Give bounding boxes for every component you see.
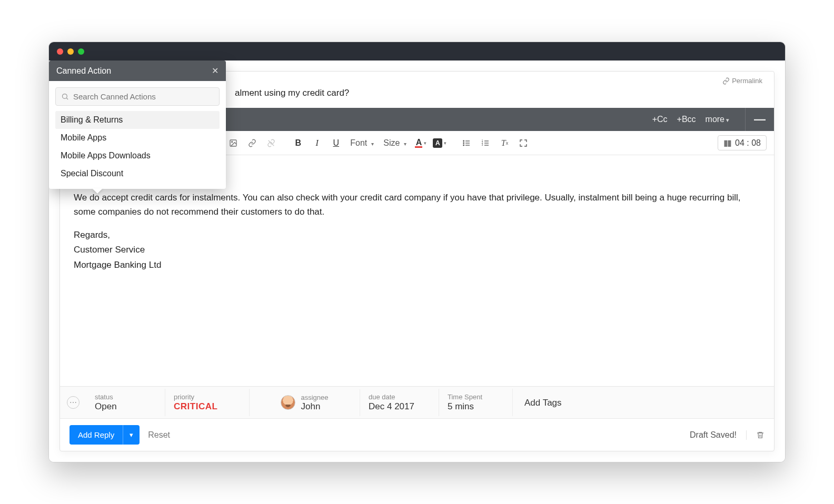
avatar <box>281 395 295 410</box>
reset-button[interactable]: Reset <box>148 430 170 440</box>
assignee-cell[interactable]: assignee John <box>250 389 360 416</box>
content-area: Permalink alment using my credit card? +… <box>49 61 785 462</box>
permalink-link[interactable]: Permalink <box>722 77 762 85</box>
permalink-label: Permalink <box>732 77 762 85</box>
add-reply-dropdown[interactable]: ▾ <box>123 425 140 445</box>
unlink-icon[interactable] <box>262 134 280 152</box>
italic-button[interactable]: I <box>308 134 326 152</box>
svg-point-4 <box>463 145 464 146</box>
body-paragraph: We do accept credit cards for instalment… <box>74 191 760 219</box>
pause-icon: ▮▮ <box>723 138 731 148</box>
svg-point-14 <box>63 94 67 99</box>
font-size-dropdown[interactable]: Size <box>379 138 411 148</box>
due-date-cell[interactable]: due date Dec 4 2017 <box>360 389 439 416</box>
canned-action-item[interactable]: Mobile Apps Downloads <box>55 147 220 165</box>
signoff-2: Mortgage Banking Ltd <box>74 258 760 272</box>
action-row: Add Reply ▾ Reset Draft Saved! <box>60 419 774 451</box>
traffic-light-close[interactable] <box>57 48 63 55</box>
link-icon-toolbar[interactable] <box>243 134 261 152</box>
meta-row: ⋯ status Open priority CRITICAL assignee… <box>60 386 774 419</box>
add-tags-label: Add Tags <box>524 398 766 408</box>
app-window: Permalink alment using my credit card? +… <box>48 42 786 462</box>
canned-action-item[interactable]: Mobile Apps <box>55 129 220 147</box>
signoff-1: Customer Service <box>74 243 760 257</box>
editor-body[interactable]: Dear Jack, We do accept credit cards for… <box>60 155 774 386</box>
delete-draft-button[interactable] <box>746 430 764 440</box>
tags-cell[interactable]: Add Tags <box>513 393 774 412</box>
draft-saved-label: Draft Saved! <box>690 430 737 440</box>
popover-title: Canned Action <box>56 66 111 76</box>
add-cc-button[interactable]: +Cc <box>652 115 668 124</box>
add-bcc-button[interactable]: +Bcc <box>677 115 696 124</box>
fullscreen-button[interactable] <box>514 134 532 152</box>
clear-format-button[interactable]: Tx <box>495 134 513 152</box>
numbered-list-button[interactable]: 123 <box>476 134 494 152</box>
canned-action-item[interactable]: Special Discount <box>55 165 220 183</box>
search-icon <box>61 93 69 100</box>
timer-value: 04 : 08 <box>735 138 761 148</box>
canned-action-popover: Canned Action ✕ Billing & Returns Mobile… <box>49 61 226 189</box>
minimize-compose-button[interactable]: — <box>745 108 774 131</box>
svg-line-15 <box>66 98 68 99</box>
chevron-down-icon <box>404 138 406 148</box>
close-icon[interactable]: ✕ <box>212 66 219 76</box>
add-reply-button[interactable]: Add Reply <box>70 425 123 445</box>
highlight-color-button[interactable]: A ▾ <box>431 134 449 152</box>
svg-text:3: 3 <box>482 144 483 146</box>
font-family-dropdown[interactable]: Font <box>346 138 378 148</box>
search-canned-actions[interactable] <box>55 87 220 106</box>
svg-point-1 <box>232 141 233 142</box>
svg-point-2 <box>463 140 464 142</box>
traffic-light-maximize[interactable] <box>78 48 84 55</box>
canned-action-list: Billing & Returns Mobile Apps Mobile App… <box>55 111 220 183</box>
mac-titlebar <box>49 42 785 61</box>
underline-button[interactable]: U <box>327 134 345 152</box>
bold-button[interactable]: B <box>289 134 307 152</box>
svg-point-3 <box>463 143 464 144</box>
image-icon[interactable] <box>224 134 242 152</box>
more-meta-button[interactable]: ⋯ <box>60 396 86 409</box>
link-icon <box>722 77 730 85</box>
timer-widget[interactable]: ▮▮ 04 : 08 <box>718 135 767 150</box>
text-color-button[interactable]: A ▾ <box>412 134 430 152</box>
priority-cell[interactable]: priority CRITICAL <box>165 389 250 416</box>
traffic-light-minimize[interactable] <box>67 48 74 55</box>
bullet-list-button[interactable] <box>458 134 475 152</box>
status-cell[interactable]: status Open <box>86 389 165 416</box>
canned-action-item[interactable]: Billing & Returns <box>55 111 220 129</box>
chevron-down-icon <box>371 138 374 148</box>
regards-line: Regards, <box>74 228 760 242</box>
search-input[interactable] <box>73 92 214 101</box>
popover-header: Canned Action ✕ <box>49 61 226 81</box>
time-spent-cell[interactable]: Time Spent 5 mins <box>439 389 513 416</box>
more-recipients-dropdown[interactable]: more <box>706 115 729 124</box>
